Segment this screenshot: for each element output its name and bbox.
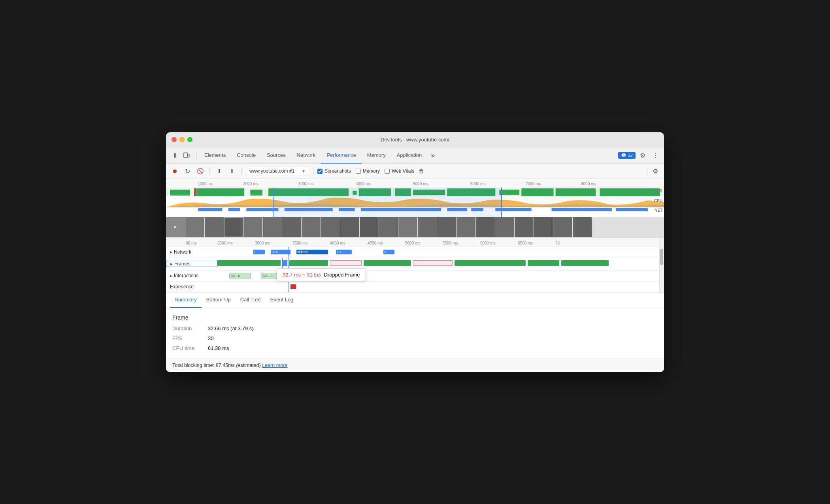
tab-icons: ⬆ — [169, 150, 192, 161]
frame-pink-1 — [330, 260, 362, 266]
toolbar-sep-3 — [313, 167, 313, 175]
more-options-icon[interactable]: ⋮ — [650, 150, 661, 161]
svg-rect-1 — [188, 154, 189, 157]
network-expand-icon[interactable]: ▶ — [170, 250, 172, 254]
upload-button[interactable]: ⬆ — [214, 165, 225, 177]
bottom-panel: Summary Bottom-Up Call Tree Event Log Fr… — [166, 293, 664, 372]
timeline-scrollbar[interactable] — [659, 238, 664, 293]
fps-value: 30 — [208, 335, 213, 341]
net-pill-4: v v... — [336, 250, 352, 254]
screenshot-thumb — [205, 217, 224, 237]
screenshot-thumb — [573, 217, 592, 237]
experience-track-row: Experience — [166, 282, 664, 293]
record-button[interactable]: ⏺ — [169, 165, 180, 177]
screenshots-checkbox[interactable] — [317, 169, 323, 174]
tab-console[interactable]: Console — [231, 147, 261, 164]
frame-green-1 — [217, 260, 281, 266]
ruler-tick-3000: 3000 ms — [298, 182, 313, 186]
tab-performance[interactable]: Performance — [321, 147, 361, 164]
trash-icon[interactable]: 🗑 — [416, 165, 427, 177]
devtools-tabbar: ⬆ Elements Console Sources Network Perfo… — [166, 147, 664, 164]
traffic-lights — [172, 137, 192, 142]
ruler-detail-3500: 3500 ms — [292, 241, 307, 245]
ruler-detail-0: 00 ms — [186, 241, 196, 245]
screenshot-thumb — [495, 217, 514, 237]
device-icon[interactable] — [181, 150, 192, 161]
svg-rect-29 — [616, 208, 648, 211]
overview-selection[interactable] — [273, 188, 502, 217]
ruler-detail-6500: 6500 ms — [518, 241, 533, 245]
webvitals-checkbox[interactable] — [385, 169, 390, 174]
tooltip-label: Dropped Frame — [324, 272, 360, 278]
screenshot-thumb — [553, 217, 572, 237]
tab-call-tree[interactable]: Call Tree — [236, 293, 266, 308]
more-tabs-icon[interactable]: » — [427, 150, 438, 161]
svg-rect-12 — [499, 190, 519, 195]
settings-icon[interactable]: ⚙ — [637, 150, 648, 161]
screenshot-thumb — [534, 217, 553, 237]
tab-memory[interactable]: Memory — [362, 147, 391, 164]
screenshots-checkbox-label[interactable]: Screenshots — [317, 168, 351, 174]
toolbar-sep-1 — [209, 167, 210, 175]
network-track-label[interactable]: ▶ Network — [166, 249, 217, 255]
overview-charts: FPS CPU NET — [166, 188, 664, 217]
download-button[interactable]: ⬇ — [226, 165, 238, 177]
memory-checkbox[interactable] — [356, 169, 361, 174]
summary-frame-title: Frame — [172, 314, 658, 321]
learn-more-link[interactable]: Learn more — [262, 363, 287, 368]
tab-summary[interactable]: Summary — [170, 293, 202, 308]
overview-ruler: 1000 ms 2000 ms 3000 ms 4000 ms 5000 ms … — [166, 179, 664, 188]
close-button[interactable] — [172, 137, 177, 142]
ruler-detail-2500: 2500 ms — [217, 241, 232, 245]
scrollbar-thumb[interactable] — [660, 249, 663, 265]
minimize-button[interactable] — [179, 137, 185, 142]
tab-elements[interactable]: Elements — [199, 147, 231, 164]
url-dropdown-icon: ▼ — [302, 169, 306, 173]
tab-sources[interactable]: Sources — [261, 147, 291, 164]
screenshot-thumb — [456, 217, 475, 237]
screenshot-thumb — [340, 217, 359, 237]
screenshot-thumb — [515, 217, 534, 237]
toolbar-sep-4 — [647, 167, 647, 175]
summary-content: Frame Duration 32.66 ms (at 3.79 s) FPS … — [166, 308, 664, 358]
devtools-window: DevTools - www.youtube.com/ ⬆ Elements C… — [166, 132, 664, 372]
frame-green-6 — [561, 260, 609, 266]
interactions-track-label[interactable]: ▶ Interactions — [166, 273, 217, 278]
tab-network[interactable]: Network — [291, 147, 321, 164]
blocking-time-bar: Total blocking time: 87.45ms (estimated)… — [166, 358, 664, 372]
ruler-detail-4000: 4000 ms — [330, 241, 345, 245]
cpu-value: 61.38 ms — [208, 345, 229, 351]
ruler-tick-7000: 7000 ms — [526, 182, 541, 186]
webvitals-checkbox-label[interactable]: Web Vitals — [385, 168, 414, 174]
performance-toolbar: ⏺ ↻ 🚫 ⬆ ⬇ www.youtube.com #1 ▼ Screensho… — [166, 164, 664, 179]
tab-event-log[interactable]: Event Log — [266, 293, 298, 308]
ruler-tick-1000: 1000 ms — [198, 182, 213, 186]
network-track-row: ▶ Network v... vi vi... videopl... v v..… — [166, 247, 664, 258]
frame-green-4 — [455, 260, 526, 266]
svg-rect-0 — [184, 153, 187, 158]
screenshot-thumb — [418, 217, 437, 237]
frames-expand-icon[interactable]: ▶ — [170, 262, 173, 266]
clear-button[interactable]: 🚫 — [194, 165, 206, 177]
ruler-detail-4500: 4500 ms — [368, 241, 383, 245]
summary-duration-row: Duration 32.66 ms (at 3.79 s) — [172, 325, 658, 331]
tab-application[interactable]: Application — [391, 147, 428, 164]
capture-settings-icon[interactable]: ⚙ — [650, 165, 661, 177]
interactions-expand-icon[interactable]: ▶ — [170, 274, 172, 278]
memory-checkbox-label[interactable]: Memory — [356, 168, 380, 174]
ruler-tick-2000: 2000 ms — [243, 182, 258, 186]
screenshot-thumb — [224, 217, 243, 237]
tooltip-fps-text: 32.7 ms ~ 31 fps — [283, 272, 321, 278]
cursor-icon[interactable]: ⬆ — [169, 150, 180, 161]
fps-label: FPS — [655, 189, 662, 193]
summary-cpu-row: CPU time 61.38 ms — [172, 345, 658, 351]
maximize-button[interactable] — [187, 137, 192, 142]
cpu-label: CPU — [654, 199, 662, 203]
net-pill-3: videopl... — [296, 250, 328, 254]
frames-track-label[interactable]: ▶ Frames — [166, 261, 217, 267]
tab-bottom-up[interactable]: Bottom-Up — [202, 293, 236, 308]
screenshot-thumb — [398, 217, 417, 237]
reload-button[interactable]: ↻ — [182, 165, 193, 177]
notification-badge[interactable]: 💬 32 — [618, 152, 636, 159]
url-select[interactable]: www.youtube.com #1 ▼ — [246, 167, 309, 175]
